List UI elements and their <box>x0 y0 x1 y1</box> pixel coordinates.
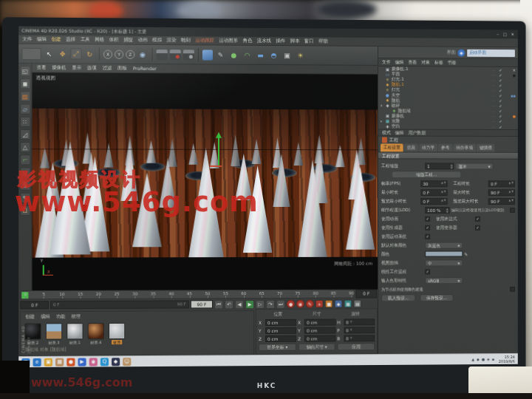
enabled-check-icon[interactable]: ✓ <box>499 109 505 114</box>
visibility-dots-icon[interactable]: ·· <box>492 109 499 114</box>
menubar-item[interactable]: 网格 <box>95 36 104 43</box>
next-frame-icon[interactable]: ▷ <box>256 300 265 309</box>
object-manager-menu-item[interactable]: 标签 <box>434 59 443 66</box>
menubar-item[interactable]: 工具 <box>81 36 90 43</box>
menubar-item[interactable]: 文件 <box>22 36 32 43</box>
material-menu-item[interactable]: 纹理 <box>71 313 81 320</box>
y-axis-lock-icon[interactable]: Y <box>115 50 123 58</box>
load-preset-button[interactable]: 载入预设... <box>381 294 415 301</box>
menubar-item[interactable]: 创建 <box>52 36 61 43</box>
object-tag-icon[interactable]: ● <box>505 115 516 119</box>
move-tool-icon[interactable]: ✥ <box>57 48 68 59</box>
object-manager-menu-item[interactable]: 对象 <box>421 59 430 66</box>
camera-tool-icon[interactable]: ▣ <box>282 50 293 61</box>
menubar-item[interactable]: 角色 <box>243 38 253 44</box>
material-item[interactable]: 材质.3 <box>45 323 63 344</box>
attribute-tab[interactable]: 键插值 <box>477 144 495 152</box>
tray-arrow-icon[interactable]: ▲ <box>471 357 474 361</box>
menubar-item[interactable]: 捕捉 <box>123 37 133 44</box>
menubar-item[interactable]: 编辑 <box>37 36 47 43</box>
x-axis-lock-icon[interactable]: X <box>103 50 112 58</box>
photos-app-icon[interactable]: ▦ <box>55 358 64 366</box>
menubar-item[interactable]: 雕刻 <box>181 37 191 44</box>
size-value-field[interactable]: 0 cm <box>304 335 335 342</box>
position-value-field[interactable]: 0 cm <box>265 327 296 334</box>
window-controls[interactable]: – □ ✕ <box>497 30 516 38</box>
point-mode-icon[interactable]: ∷ <box>20 117 30 127</box>
paint-mode-icon[interactable]: ✎ <box>20 193 30 203</box>
enabled-check-icon[interactable]: ✓ <box>499 88 505 92</box>
tray-input-icon[interactable]: ▪ <box>492 357 494 361</box>
size-mode-dropdown[interactable]: 轴向尺寸 ▾ <box>299 343 335 350</box>
material-menu-item[interactable]: 编辑 <box>41 313 50 320</box>
save-preset-button[interactable]: 保存预设... <box>420 294 454 301</box>
object-tag-icon[interactable]: ▪▪ <box>505 94 516 98</box>
visibility-dots-icon[interactable]: ·· <box>492 78 499 82</box>
menubar-item[interactable]: 脚本 <box>290 38 300 44</box>
sky-tool-icon[interactable]: ◓ <box>268 50 279 61</box>
keyframe-selection-icon[interactable]: ✎ <box>306 300 314 308</box>
scale-project-button[interactable]: 缩放工程... <box>392 171 462 178</box>
object-manager-menu-item[interactable]: 查看 <box>409 59 417 66</box>
visibility-dots-icon[interactable]: ·· <box>492 125 499 129</box>
checkbox[interactable]: ✓ <box>475 225 480 230</box>
position-value-field[interactable]: 0 cm <box>265 319 296 326</box>
visibility-dots-icon[interactable]: ·· <box>492 104 499 109</box>
magnet-tool-icon[interactable]: Ω <box>20 205 30 216</box>
rotation-value-field[interactable]: 0 ° <box>344 318 375 325</box>
viewport-canvas[interactable]: 透视视图 网格间距 : 100 cm Y X <box>33 72 378 290</box>
visibility-dots-icon[interactable]: ·· <box>492 72 499 77</box>
default-color-dropdown[interactable]: 灰蓝色▾ <box>425 242 463 248</box>
texture-mode-icon[interactable]: ▨ <box>20 91 30 101</box>
object-manager-menu-item[interactable]: 书签 <box>448 59 457 66</box>
z-axis-lock-icon[interactable]: Z <box>126 50 134 58</box>
color-swatch[interactable] <box>425 251 463 257</box>
menubar-item[interactable]: 选择 <box>66 36 75 43</box>
deformer-icon[interactable]: ◠ <box>242 50 253 61</box>
material-item[interactable]: 材质.4 <box>87 323 105 344</box>
field-value[interactable]: 30▲ ▼ <box>420 180 447 187</box>
enabled-check-icon[interactable]: ✓ <box>499 72 505 77</box>
enabled-check-icon[interactable]: ✓ <box>499 99 505 103</box>
checkbox[interactable]: ✓ <box>425 225 430 230</box>
attribute-tab[interactable]: 信息 <box>404 143 418 151</box>
browser-icon[interactable]: e <box>33 358 41 366</box>
apply-button[interactable]: 应用 <box>338 343 375 350</box>
visibility-dots-icon[interactable]: ·· <box>492 115 499 119</box>
avatar-icon[interactable]: ☺ <box>123 358 131 366</box>
next-key-icon[interactable]: ↷ <box>266 299 275 308</box>
checkbox[interactable]: ✓ <box>475 216 480 221</box>
render-picture-viewer-icon[interactable] <box>170 50 181 60</box>
x-axis-gizmo-icon[interactable] <box>210 166 222 167</box>
menubar-item[interactable]: 窗口 <box>304 38 314 44</box>
menubar-item[interactable]: 动画 <box>138 37 148 44</box>
light-tool-icon[interactable]: ☀ <box>295 50 306 61</box>
color-picker-icon[interactable]: ✎ <box>464 251 468 256</box>
position-value-field[interactable]: 0 cm <box>265 335 296 342</box>
rotation-value-field[interactable]: 0 ° <box>344 335 375 341</box>
linear-workflow-checkbox[interactable]: ✓ <box>425 269 430 274</box>
object-manager-menu-item[interactable]: 编辑 <box>395 59 404 66</box>
scale-unit-dropdown[interactable]: 厘米▾ <box>456 163 494 169</box>
material-menu-item[interactable]: 功能 <box>56 313 66 320</box>
tray-network-icon[interactable]: ◆ <box>477 357 480 361</box>
visibility-dots-icon[interactable]: ·· <box>492 88 499 92</box>
select-tool-icon[interactable]: ↖ <box>44 48 55 59</box>
end-frame-field[interactable]: 90 F <box>191 300 213 308</box>
checkbox[interactable]: ✓ <box>425 216 430 221</box>
input-profile-dropdown[interactable]: sRGB▾ <box>425 277 463 284</box>
material-thumbnail[interactable] <box>46 323 62 339</box>
material-menu-item[interactable]: 创建 <box>25 313 35 320</box>
axis-mode-icon[interactable]: ⌐ <box>20 154 30 165</box>
attribute-tab[interactable]: 工程设置 <box>381 143 403 151</box>
object-row[interactable]: ✚空白··✓ <box>378 124 518 130</box>
media-app-icon[interactable]: ● <box>66 358 75 366</box>
prorender-menu-item[interactable]: ProRender <box>133 66 157 71</box>
viewport[interactable]: 查看摄像机显示选项过滤面板ProRender 透视视图 网格间距 : 100 c… <box>33 64 378 290</box>
visibility-dots-icon[interactable]: ·· <box>492 83 499 87</box>
viewport-menu-item[interactable]: 显示 <box>72 64 81 71</box>
video-app-icon[interactable]: ▶ <box>78 358 86 366</box>
field-value[interactable]: 0 F▲ ▼ <box>420 198 447 205</box>
scale-key-icon[interactable]: ■ <box>325 300 333 308</box>
size-value-field[interactable]: 0 cm <box>304 319 335 326</box>
